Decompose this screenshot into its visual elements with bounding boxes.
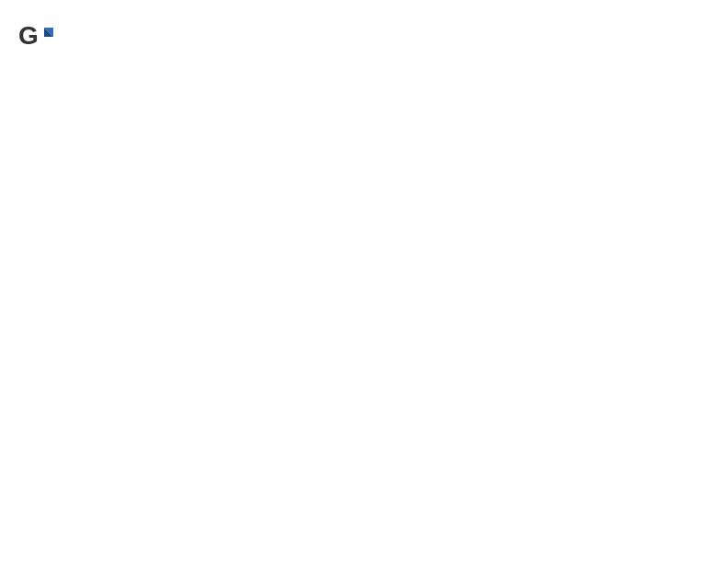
svg-text:G: G <box>18 21 39 50</box>
logo: G <box>18 18 60 55</box>
page-header: G <box>18 18 710 55</box>
logo-icon: G <box>18 18 55 55</box>
